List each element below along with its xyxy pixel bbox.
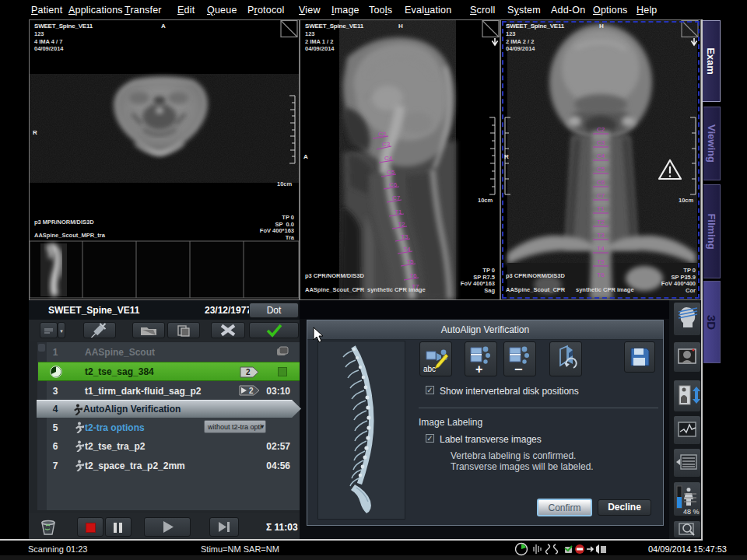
svg-text:T5: T5 [597,258,605,265]
svg-text:T6: T6 [597,271,605,278]
svg-text:2: 2 [246,368,251,376]
svg-text:C3: C3 [597,139,605,146]
svg-text:+: + [475,362,482,376]
svg-text:abc: abc [423,365,436,373]
svg-text:T1: T1 [597,205,605,212]
svg-text:T4: T4 [597,245,605,252]
svg-text:C2: C2 [597,126,605,133]
svg-text:C7: C7 [597,192,605,199]
svg-text:T3: T3 [597,232,605,239]
svg-text:T2: T2 [597,219,605,226]
svg-text:C5: C5 [597,166,605,173]
svg-text:48 %: 48 % [683,508,700,516]
svg-text:−: − [514,362,523,376]
svg-text:C4: C4 [597,152,605,159]
svg-text:2: 2 [249,387,254,395]
svg-text:C6: C6 [597,179,605,186]
